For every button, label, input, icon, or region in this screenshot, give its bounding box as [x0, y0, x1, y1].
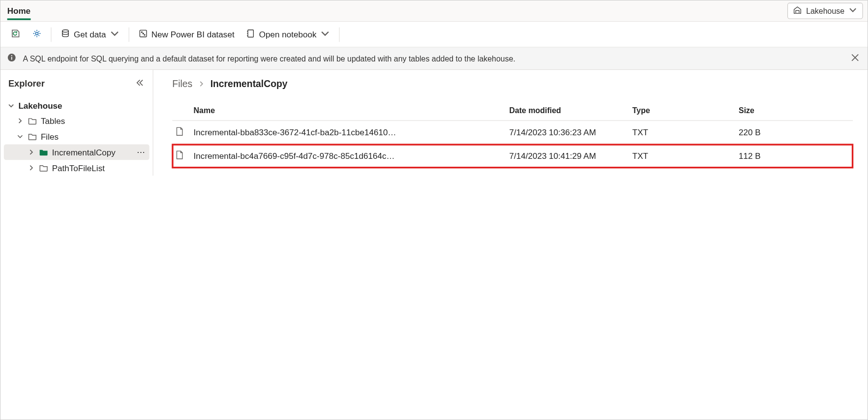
file-modified: 7/14/2023 10:41:29 AM	[509, 151, 632, 160]
dataset-icon	[138, 29, 148, 40]
file-row[interactable]: Incremental-bba833ce-3672-41cf-ba2b-11cb…	[172, 121, 853, 145]
new-dataset-label: New Power BI dataset	[151, 30, 235, 39]
info-text: A SQL endpoint for SQL querying and a de…	[23, 54, 515, 63]
lakehouse-icon	[793, 5, 802, 16]
file-table-header: Name Date modified Type Size	[172, 100, 853, 121]
tree-node-path-to-file-list[interactable]: PathToFileList	[4, 160, 150, 176]
chevron-right-icon	[28, 164, 35, 171]
svg-point-3	[141, 31, 142, 32]
file-size: 220 B	[739, 127, 851, 137]
file-name: Incremental-bba833ce-3672-41cf-ba2b-11cb…	[194, 127, 509, 137]
tree-label: Files	[41, 132, 146, 141]
main-area: Explorer Lakehouse Tables Files	[0, 70, 868, 176]
folder-open-icon	[38, 147, 48, 157]
tree-label: PathToFileList	[52, 163, 146, 173]
chevron-down-icon	[109, 29, 119, 40]
file-list: Incremental-bba833ce-3672-41cf-ba2b-11cb…	[172, 121, 853, 168]
svg-rect-6	[248, 30, 253, 37]
close-banner-button[interactable]	[848, 51, 862, 66]
close-icon	[851, 55, 860, 63]
file-icon	[175, 126, 194, 138]
col-name[interactable]: Name	[194, 106, 509, 115]
gear-icon	[32, 29, 42, 40]
settings-button[interactable]	[29, 26, 45, 43]
file-name: Incremental-bc4a7669-c95f-4d7c-978c-85c1…	[194, 151, 509, 160]
svg-point-0	[35, 32, 38, 35]
explorer-tree: Lakehouse Tables Files IncrementalCopy ⋯	[0, 97, 153, 176]
refresh-icon	[10, 29, 20, 40]
chevron-down-icon	[7, 102, 15, 109]
refresh-button[interactable]	[7, 26, 24, 43]
breadcrumb: Files IncrementalCopy	[172, 78, 853, 100]
explorer-panel: Explorer Lakehouse Tables Files	[0, 70, 153, 176]
chevron-right-icon	[198, 79, 205, 90]
open-notebook-button[interactable]: Open notebook	[242, 26, 333, 43]
content-area: Files IncrementalCopy Name Date modified…	[153, 70, 868, 176]
toolbar-divider	[128, 27, 129, 42]
breadcrumb-current: IncrementalCopy	[210, 79, 288, 90]
file-modified: 7/14/2023 10:36:23 AM	[509, 127, 632, 137]
topbar: Home Lakehouse	[0, 0, 868, 22]
svg-rect-8	[11, 57, 12, 60]
more-button[interactable]: ⋯	[135, 147, 146, 157]
breadcrumb-root[interactable]: Files	[172, 79, 192, 90]
toolbar: Get data New Power BI dataset Open noteb…	[0, 22, 868, 47]
file-type: TXT	[632, 127, 739, 137]
chevron-down-icon	[848, 5, 857, 16]
chevron-down-icon	[320, 29, 329, 40]
tree-root-label: Lakehouse	[18, 101, 146, 110]
file-type: TXT	[632, 151, 739, 160]
mode-label: Lakehouse	[806, 6, 844, 15]
toolbar-divider	[339, 27, 339, 42]
chevron-down-icon	[16, 133, 24, 140]
collapse-explorer-button[interactable]	[134, 77, 146, 91]
info-icon	[7, 53, 16, 64]
new-pbi-dataset-button[interactable]: New Power BI dataset	[135, 26, 238, 43]
get-data-label: Get data	[74, 30, 106, 39]
toolbar-divider	[51, 27, 51, 42]
database-icon	[60, 29, 70, 40]
svg-point-4	[143, 33, 144, 34]
tree-root-lakehouse[interactable]: Lakehouse	[4, 98, 150, 113]
workspace-mode-button[interactable]: Lakehouse	[788, 3, 863, 19]
tree-node-incremental-copy[interactable]: IncrementalCopy ⋯	[4, 144, 150, 160]
svg-point-1	[62, 30, 69, 32]
chevron-right-icon	[16, 118, 24, 124]
file-row[interactable]: Incremental-bc4a7669-c95f-4d7c-978c-85c1…	[172, 144, 853, 168]
chevron-right-icon	[28, 149, 35, 156]
tree-label: Tables	[41, 116, 146, 125]
info-banner: A SQL endpoint for SQL querying and a de…	[0, 48, 868, 70]
tree-node-tables[interactable]: Tables	[4, 113, 150, 129]
tab-strip: Home	[7, 0, 30, 21]
col-modified[interactable]: Date modified	[509, 106, 632, 115]
svg-point-5	[144, 34, 145, 35]
folder-icon	[38, 163, 48, 173]
explorer-title: Explorer	[8, 79, 45, 89]
folder-icon	[28, 131, 37, 141]
folder-icon	[28, 116, 37, 125]
notebook-icon	[245, 29, 255, 40]
svg-point-9	[11, 55, 12, 56]
col-type[interactable]: Type	[632, 106, 739, 115]
col-size[interactable]: Size	[739, 106, 851, 115]
chevron-double-left-icon	[136, 79, 144, 88]
get-data-button[interactable]: Get data	[57, 26, 123, 43]
tree-node-files[interactable]: Files	[4, 129, 150, 145]
open-notebook-label: Open notebook	[259, 30, 317, 39]
tab-home[interactable]: Home	[7, 2, 30, 20]
more-icon: ⋯	[137, 147, 145, 156]
file-size: 112 B	[739, 151, 851, 160]
file-icon	[175, 150, 194, 162]
tree-label: IncrementalCopy	[52, 148, 132, 157]
